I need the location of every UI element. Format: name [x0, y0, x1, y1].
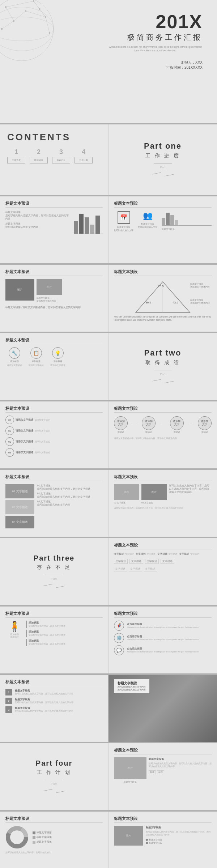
part-one-sub: Part: [160, 166, 166, 169]
part-four-label: Part four: [36, 759, 72, 767]
reporter-info: 汇报人：XXX: [109, 60, 203, 65]
time-info: 汇报时间：201XXXXX: [109, 65, 203, 70]
contents-item-4: 4 工作计划: [75, 148, 93, 163]
part-two-chinese: 取 得 成 绩: [145, 359, 180, 366]
title-chinese: 极简商务工作汇报: [109, 33, 203, 42]
deco-lines-2: [152, 378, 174, 385]
part-two-label: Part two: [144, 348, 182, 358]
svg-line-14: [14, 11, 26, 21]
svg-point-2: [0, 7, 54, 51]
svg-point-1: [0, 17, 54, 41]
slide-5: 标题文本预设 🔧 添加标题 请添加文字描述 📋 添加标题 请添加文字描述 💡 添…: [0, 333, 217, 400]
slide-11: Part four 工 作 计 划 Part 标题文本预设 图片 标题文字段落 …: [0, 743, 217, 810]
svg-line-31: [43, 789, 52, 791]
svg-line-30: [56, 586, 65, 588]
part-one-label: Part one: [144, 141, 182, 151]
slide-8: Part three 存 在 不 足 Part 标题文本预设 文字描述 文字描述…: [0, 538, 217, 605]
contents-item-1: 1 工作进度: [7, 148, 25, 163]
heading-3a: 标题文本预设: [5, 201, 103, 208]
globe-decoration: [0, 0, 61, 69]
svg-line-28: [165, 381, 174, 383]
svg-line-16: [2, 21, 14, 29]
triangle-diagram: 25.5 36.5 43.5: [134, 280, 192, 314]
slide-contents: CONTENTS 1 工作进度 2 取得成绩 3 存在不足: [0, 124, 217, 195]
contents-title: CONTENTS: [7, 132, 101, 143]
slide-4: 标题文本预设 图片 图片 标题文字段落请添加文字描述内容 标题文字段落 · 请添…: [0, 265, 217, 332]
title-year: 201X: [109, 11, 203, 33]
contents-item-3: 3 存在不足: [52, 148, 70, 163]
slide-6: 标题文本预设 01 请添加文字描述 请添加文字描述 02 请添加文字描述 请添加…: [0, 401, 217, 468]
svg-text:43.5: 43.5: [173, 301, 178, 304]
svg-line-13: [6, 7, 14, 21]
slide-title: 201X 极简商务工作汇报 Without loeal life is a de…: [0, 0, 217, 123]
deco-lines: [152, 171, 174, 178]
svg-line-29: [43, 584, 52, 586]
svg-text:25.5: 25.5: [158, 285, 164, 288]
svg-line-11: [6, 1, 34, 7]
title-subtitle: Without loeal life is a desert, not angr…: [109, 45, 203, 53]
slide-9: 标题文本预设 🧍 添加标题添加描述 添加标题 请添加文字描述内容，此处为文字描述: [0, 607, 217, 673]
svg-line-15: [26, 11, 46, 17]
slide-7: 标题文本预设 01 文字描述 02 文字描述 03 文字描述 01 文字描述您可…: [0, 470, 217, 537]
part-three-chinese: 存 在 不 足: [37, 564, 72, 571]
part-three-label: Part three: [34, 554, 75, 562]
svg-line-20: [152, 173, 161, 174]
svg-line-18: [46, 17, 50, 33]
slide-12: 标题文本预设 标题文字段落 标题文字段落 标题文字段落 您可以在此输入您的文字内…: [0, 812, 217, 868]
part-one-chinese: 工 作 进 度: [145, 153, 180, 159]
svg-line-17: [40, 9, 46, 17]
contents-item-2: 2 取得成绩: [30, 148, 48, 163]
deco-lines-3: [43, 582, 65, 590]
part-four-chinese: 工 作 计 划: [37, 769, 72, 776]
slide-3: 标题文本预设 标题文字段落您可以在此输入您的文字内容，您可以在此输入您的文字内容…: [0, 196, 217, 263]
svg-line-21: [165, 174, 174, 176]
deco-lines-4: [43, 787, 65, 795]
svg-text:36.5: 36.5: [145, 301, 151, 304]
svg-line-27: [152, 379, 161, 381]
svg-line-19: [34, 1, 40, 9]
slide-10: 标题文本预设 1 标题文字段落 您可以在此输入您的文字内容，您可以在此输入您的文…: [0, 675, 217, 742]
heading-3b: 标题文本预设: [114, 201, 212, 208]
svg-line-32: [56, 791, 65, 793]
pie-chart: [5, 826, 29, 849]
